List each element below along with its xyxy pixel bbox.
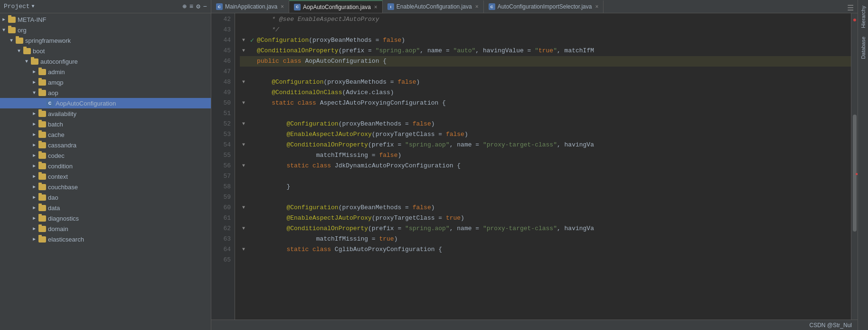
tree-item-label: boot <box>33 48 45 55</box>
code-line: @EnableAspectJAutoProxy(proxyTargetClass… <box>240 213 851 223</box>
folder-icon <box>38 78 47 86</box>
tree-item-data[interactable]: ►data <box>0 203 211 213</box>
tree-item-label: org <box>18 27 27 34</box>
tree-item-context[interactable]: ►context <box>0 171 211 182</box>
code-line: ▼ @Configuration(proxyBeanMethods = fals… <box>240 77 851 87</box>
fold-arrow[interactable]: ▼ <box>240 46 247 56</box>
tree-item-diagnostics[interactable]: ►diagnostics <box>0 213 211 223</box>
tree-arrow[interactable]: ▼ <box>30 90 38 96</box>
tree-item-springframework[interactable]: ▼springframework <box>0 35 211 46</box>
code-area[interactable]: * @see EnableAspectJAutoProxy */▼✓@Confi… <box>235 13 851 320</box>
tree-item-condition[interactable]: ►condition <box>0 161 211 171</box>
fold-arrow[interactable]: ▼ <box>240 244 247 255</box>
tree-item-meta-inf[interactable]: ►META-INF <box>0 14 211 25</box>
code-line: @EnableAspectJAutoProxy(proxyTargetClass… <box>240 129 851 140</box>
tree-item-availability[interactable]: ►availability <box>0 108 211 119</box>
tree-arrow[interactable]: ► <box>30 216 38 221</box>
folder-icon <box>38 89 47 97</box>
tree-item-org[interactable]: ▼org <box>0 25 211 35</box>
line-number: 59 <box>211 192 231 203</box>
tree-arrow[interactable]: ► <box>30 195 38 200</box>
tree-item-cassandra[interactable]: ►cassandra <box>0 140 211 150</box>
tree-arrow[interactable]: ► <box>30 153 38 158</box>
tree-arrow[interactable]: ▼ <box>15 49 23 54</box>
tree-arrow[interactable]: ▼ <box>23 59 30 64</box>
tree-arrow[interactable]: ► <box>30 80 38 85</box>
code-line: ▼@ConditionalOnProperty(prefix = "spring… <box>240 46 851 56</box>
tree-arrow[interactable]: ► <box>30 237 38 242</box>
tree-arrow[interactable]: ► <box>30 69 38 75</box>
tree-item-amqp[interactable]: ►amqp <box>0 77 211 87</box>
locate-icon[interactable]: ⊕ <box>182 2 186 10</box>
line-number: 56 <box>211 161 231 171</box>
fold-arrow[interactable]: ▼ <box>240 161 247 171</box>
code-line: matchIfMissing = true) <box>240 234 851 244</box>
fold-arrow[interactable]: ▼ <box>240 140 247 150</box>
tab-menu-icon[interactable]: ☰ <box>847 3 854 13</box>
tree-arrow[interactable]: ► <box>30 111 38 116</box>
tree-arrow[interactable]: ► <box>30 205 38 211</box>
tree-arrow[interactable]: ► <box>30 184 38 190</box>
sidebar-header-icons: ⊕ ≡ ⚙ − <box>182 2 207 10</box>
hierarchy-tab[interactable]: Hierarchy <box>859 2 868 32</box>
fold-arrow[interactable]: ▼ <box>240 223 247 234</box>
tree-arrow[interactable]: ► <box>30 164 38 169</box>
tree-item-domain[interactable]: ►domain <box>0 223 211 234</box>
tree-item-dao[interactable]: ►dao <box>0 192 211 203</box>
fold-arrow[interactable]: ▼ <box>240 203 247 213</box>
tree-item-AopAutoConfiguration[interactable]: CAopAutoConfiguration <box>0 98 211 108</box>
tab-aop-auto[interactable]: CAopAutoConfiguration.java× <box>289 0 383 13</box>
tree-item-cache[interactable]: ►cache <box>0 129 211 140</box>
code-text: @ConditionalOnProperty(prefix = "spring.… <box>257 140 594 150</box>
fold-arrow[interactable]: ▼ <box>240 35 247 46</box>
code-line: ▼ @Configuration(proxyBeanMethods = fals… <box>240 203 851 213</box>
tab-label: EnableAutoConfiguration.java <box>396 3 472 10</box>
tree-item-aop[interactable]: ▼aop <box>0 87 211 98</box>
scrollbar-track[interactable] <box>851 27 858 320</box>
tab-close-button[interactable]: × <box>281 3 284 10</box>
project-dropdown-icon[interactable]: ▼ <box>32 4 35 9</box>
tree-item-couchbase[interactable]: ►couchbase <box>0 182 211 192</box>
line-number: 45 <box>211 46 231 56</box>
line-number: 61 <box>211 213 231 223</box>
line-number: 48 <box>211 77 231 87</box>
fold-arrow[interactable]: ▼ <box>240 77 247 87</box>
tab-close-button[interactable]: × <box>374 4 377 10</box>
line-number: 49 <box>211 87 231 98</box>
tree-item-elasticsearch[interactable]: ►elasticsearch <box>0 234 211 244</box>
tree-item-label: cassandra <box>48 142 76 149</box>
minimize-icon[interactable]: − <box>203 3 207 10</box>
tab-label: AutoConfigurationImportSelector.java <box>498 3 592 10</box>
tree-item-admin[interactable]: ►admin <box>0 67 211 77</box>
tree-item-batch[interactable]: ►batch <box>0 119 211 129</box>
tree-arrow[interactable]: ► <box>30 132 38 137</box>
tree-arrow[interactable]: ► <box>0 17 8 22</box>
tab-auto-import[interactable]: CAutoConfigurationImportSelector.java× <box>484 0 604 13</box>
tree-arrow[interactable]: ► <box>30 143 38 148</box>
collapse-icon[interactable]: ≡ <box>189 3 193 10</box>
code-text: matchIfMissing = true) <box>257 234 397 244</box>
folder-icon <box>38 68 47 76</box>
tree-arrow[interactable]: ► <box>30 174 38 179</box>
settings-icon[interactable]: ⚙ <box>196 2 200 10</box>
tab-enable-auto[interactable]: iEnableAutoConfiguration.java× <box>383 0 484 13</box>
code-line: * @see EnableAspectJAutoProxy <box>240 14 851 25</box>
code-text: matchIfMissing = false) <box>257 150 401 161</box>
fold-arrow[interactable]: ▼ <box>240 98 247 108</box>
fold-arrow[interactable]: ▼ <box>240 119 247 129</box>
code-text: @Configuration(proxyBeanMethods = false) <box>257 77 420 87</box>
tab-close-button[interactable]: × <box>475 3 479 10</box>
line-number: 62 <box>211 223 231 234</box>
tab-main-app[interactable]: CMainApplication.java× <box>211 0 289 13</box>
tree-arrow[interactable]: ► <box>30 226 38 232</box>
tree-arrow[interactable]: ▼ <box>0 28 8 33</box>
tree-arrow[interactable]: ► <box>30 122 38 127</box>
tree-item-autoconfigure[interactable]: ▼autoconfigure <box>0 56 211 67</box>
database-tab[interactable]: Database <box>859 33 868 63</box>
editor-content: 4243444546474849505152535455565758596061… <box>211 13 858 320</box>
tab-close-button[interactable]: × <box>595 3 598 10</box>
tree-arrow[interactable]: ▼ <box>8 38 15 43</box>
tree-item-codec[interactable]: ►codec <box>0 150 211 161</box>
folder-icon <box>38 194 47 201</box>
tree-item-boot[interactable]: ▼boot <box>0 46 211 56</box>
